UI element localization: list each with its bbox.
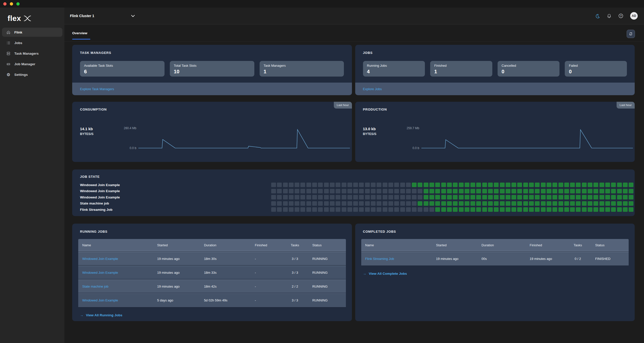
- job-state-cell: [394, 207, 399, 212]
- job-state-cell: [459, 189, 464, 193]
- tab-overview[interactable]: Overview: [72, 31, 89, 40]
- job-state-cell: [488, 189, 493, 193]
- table-cell: -: [251, 271, 281, 275]
- top-bar: Flink Cluster 1 ? AD: [64, 8, 644, 24]
- sidebar-item-settings[interactable]: ⚙Settings: [2, 70, 62, 79]
- job-state-cell: [365, 189, 370, 193]
- table-cell: 18m 33s: [200, 271, 251, 275]
- job-state-cell: [429, 201, 434, 206]
- sidebar-item-job-manager[interactable]: Job Manager: [2, 59, 62, 68]
- job-state-cell: [470, 201, 475, 206]
- job-state-cell: [447, 195, 452, 199]
- view-all-running-jobs-link[interactable]: → View All Running Jobs: [80, 313, 346, 317]
- minimize-window-button[interactable]: [10, 2, 13, 6]
- explore-task-managers-link[interactable]: Explore Task Managers: [80, 87, 114, 91]
- job-state-cell: [623, 207, 628, 212]
- table-cell: 00s: [477, 257, 526, 261]
- running-jobs-card: RUNNING JOBS NameStartedDurationFinished…: [72, 224, 352, 321]
- job-state-row: State machine job: [80, 200, 635, 207]
- task-managers-stats: Available Task Slots6Total Task Slots10T…: [80, 61, 344, 77]
- job-state-cell: [506, 201, 510, 206]
- top-bar-actions: ? AD: [595, 12, 638, 20]
- job-state-cell: [523, 207, 528, 212]
- close-window-button[interactable]: [3, 2, 7, 6]
- job-state-cell: [377, 201, 381, 206]
- job-state-cell: [424, 183, 428, 187]
- zoom-window-button[interactable]: [16, 2, 20, 6]
- job-link[interactable]: Windowed Join Example: [82, 257, 118, 261]
- job-state-cell: [476, 183, 481, 187]
- help-icon[interactable]: ?: [618, 13, 623, 18]
- production-y-max-label: 259.7 Mb: [398, 126, 419, 130]
- theme-toggle-moon-icon[interactable]: [595, 14, 600, 18]
- sidebar-item-jobs[interactable]: Jobs: [2, 38, 62, 47]
- table-cell: 5 days ago: [153, 298, 200, 302]
- job-state-cell: [441, 183, 446, 187]
- job-state-cell: [429, 183, 434, 187]
- production-chart-card: PRODUCTION Last hour 13.0 kb BYTES/S 259…: [355, 102, 635, 162]
- job-state-cell: [488, 207, 493, 212]
- job-state-cell: [300, 201, 305, 206]
- job-state-cell: [418, 183, 422, 187]
- cluster-selector-label: Flink Cluster 1: [70, 14, 94, 18]
- job-state-grid: [271, 207, 633, 212]
- stat-label: Task Managers: [264, 64, 340, 67]
- job-state-cell: [558, 183, 563, 187]
- job-state-cell: [383, 189, 387, 193]
- job-state-cell: [371, 183, 376, 187]
- job-state-cell: [336, 189, 340, 193]
- stat-value: 10: [174, 69, 250, 75]
- job-state-label: Windowed Join Example: [80, 195, 271, 199]
- job-state-cell: [523, 195, 528, 199]
- job-state-cell: [488, 201, 493, 206]
- production-y-min-label: 0.0 b: [398, 146, 419, 150]
- job-state-cell: [623, 189, 628, 193]
- job-state-cell: [318, 183, 323, 187]
- job-link[interactable]: Windowed Join Example: [82, 271, 118, 275]
- job-link[interactable]: Windowed Join Example: [82, 298, 118, 302]
- gear-icon: ⚙: [6, 73, 11, 77]
- job-state-row: Windowed Join Example: [80, 194, 635, 200]
- job-state-cell: [342, 207, 346, 212]
- job-state-cell: [342, 183, 346, 187]
- column-header-name: Name: [78, 243, 153, 247]
- stat-tile-failed: Failed0: [565, 61, 627, 77]
- job-state-cell: [371, 201, 376, 206]
- job-state-cell: [406, 183, 411, 187]
- job-state-cell: [383, 207, 387, 212]
- sidebar-item-label: Settings: [14, 73, 28, 77]
- sidebar-item-flink[interactable]: Flink: [2, 28, 62, 37]
- task-managers-card: TASK MANAGERS Available Task Slots6Total…: [72, 45, 352, 95]
- job-state-cell: [418, 201, 422, 206]
- explore-jobs-link[interactable]: Explore Jobs: [363, 87, 382, 91]
- job-state-cell: [271, 201, 276, 206]
- job-state-cell: [523, 189, 528, 193]
- job-state-cell: [564, 183, 569, 187]
- job-state-cell: [465, 207, 469, 212]
- job-state-cell: [547, 207, 551, 212]
- job-state-cell: [494, 195, 499, 199]
- user-avatar[interactable]: AD: [630, 12, 638, 20]
- job-state-cell: [605, 195, 610, 199]
- job-state-label: Windowed Join Example: [80, 189, 271, 193]
- job-state-cell: [476, 201, 481, 206]
- consumption-y-min-label: 0.0 b: [115, 146, 136, 150]
- job-link[interactable]: Flink Streaming Job: [365, 257, 394, 261]
- notifications-bell-icon[interactable]: [607, 14, 612, 18]
- job-link[interactable]: State machine job: [82, 285, 108, 288]
- job-state-rows: Windowed Join ExampleWindowed Join Examp…: [80, 182, 635, 213]
- refresh-button[interactable]: [627, 30, 635, 38]
- stat-tile-available-task-slots: Available Task Slots6: [80, 61, 165, 77]
- table-row: State machine job19 minutes ago18m 42s-2…: [78, 280, 346, 293]
- job-state-cell: [418, 189, 422, 193]
- job-state-cell: [271, 189, 276, 193]
- app-logo: flex: [0, 8, 64, 28]
- job-state-cell: [511, 207, 516, 212]
- view-all-complete-jobs-link[interactable]: → View All Complete Jobs: [363, 272, 629, 276]
- job-state-cell: [418, 195, 422, 199]
- job-state-cell: [289, 183, 294, 187]
- sidebar-item-task-managers[interactable]: Task Managers: [2, 49, 62, 58]
- job-state-cell: [535, 195, 540, 199]
- cluster-selector[interactable]: Flink Cluster 1: [70, 14, 135, 18]
- job-state-cell: [517, 207, 522, 212]
